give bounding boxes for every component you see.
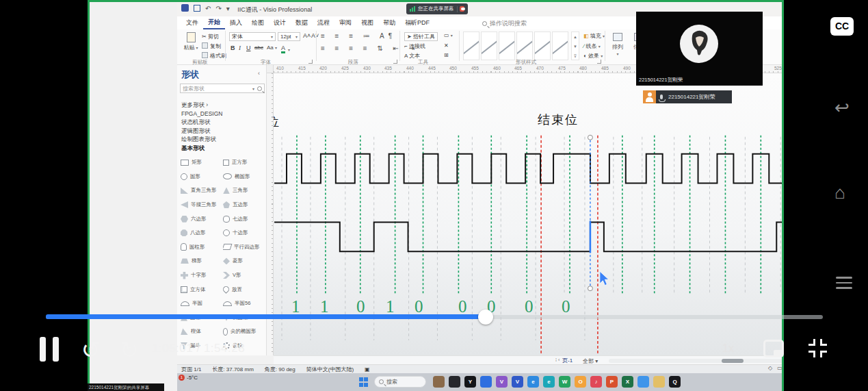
stencil-tab[interactable]: 逻辑图形状 <box>181 127 222 136</box>
shape-item[interactable]: 菱形 <box>223 254 265 268</box>
shape-item[interactable]: 十字形 <box>181 268 223 283</box>
boot-app-icon[interactable] <box>449 376 460 388</box>
ie-icon[interactable]: e <box>527 376 539 388</box>
shape-item[interactable]: 梯形 <box>181 254 223 268</box>
menu-icon[interactable] <box>836 277 852 292</box>
connection-point-button[interactable]: ✕ <box>444 42 449 49</box>
redo-icon[interactable]: ↷ <box>215 5 221 12</box>
stencil-tab[interactable]: 状态机形状 <box>181 118 222 127</box>
selection-handle-bottom[interactable] <box>588 286 592 291</box>
copy-button[interactable]: 复制 <box>202 42 221 50</box>
ribbon-tab[interactable]: 绘图 <box>247 17 269 29</box>
arrange-button[interactable]: 排列▾ <box>608 31 627 57</box>
ribbon-tab[interactable]: 福昕PDF <box>400 17 434 29</box>
bold-button[interactable]: B <box>231 45 235 51</box>
grow-font-button[interactable]: A˄ <box>303 32 311 39</box>
shape-search-input[interactable]: 搜索形状 ▾ <box>180 84 265 93</box>
shape-style-thumb[interactable] <box>463 31 479 60</box>
line-button[interactable]: ∕ 线条 ▾ <box>583 42 601 50</box>
progress-bar-knob[interactable] <box>478 310 493 325</box>
font-color-chevron-icon[interactable]: ▾ <box>288 47 290 52</box>
video-app-icon[interactable]: Y <box>464 376 476 388</box>
paste-button[interactable]: 粘贴 ▾ <box>181 31 200 51</box>
folder-icon[interactable] <box>653 376 665 388</box>
shape-item[interactable]: 八边形 <box>181 226 223 240</box>
drawing-canvas[interactable]: 结束位 位 110100000 <box>274 73 784 355</box>
crop-tool-button[interactable]: ⊞ <box>444 52 449 58</box>
shape-item[interactable]: 立方体 <box>181 282 223 297</box>
connector-button[interactable]: ⌐ 连接线 <box>404 42 425 50</box>
underline-button[interactable]: U <box>246 45 251 51</box>
pause-button[interactable] <box>40 337 60 362</box>
edge-icon[interactable]: e <box>543 376 555 388</box>
ribbon-tab[interactable]: 视图 <box>356 17 378 29</box>
shape-item[interactable]: 椭圆形 <box>223 170 265 184</box>
picture-in-picture-button[interactable] <box>763 340 784 357</box>
font-name-combo[interactable]: 宋体▾ <box>229 32 276 41</box>
ribbon-tab[interactable]: 帮助 <box>378 17 400 29</box>
weather-widget[interactable]: 1 -5°C <box>179 375 198 381</box>
collapse-panel-icon[interactable]: ‹ <box>258 70 260 77</box>
save-icon[interactable] <box>194 5 200 12</box>
scrollbar-thumb[interactable] <box>722 359 744 363</box>
gallery-scroll-buttons[interactable]: ▲▼⊽ <box>571 31 579 60</box>
shape-item[interactable]: 圆柱形 <box>181 240 223 255</box>
ribbon-tab[interactable]: 开始 <box>203 16 225 29</box>
pointer-tool-button[interactable]: ➤ 指针工具 <box>404 32 438 41</box>
fill-button[interactable]: ◧ 填充 ▾ <box>583 32 605 40</box>
effects-button[interactable]: ◐ 效果 ▾ <box>583 52 603 60</box>
shape-style-thumb[interactable] <box>534 31 551 60</box>
ribbon-tab[interactable]: 插入 <box>225 17 247 29</box>
shape-style-thumb[interactable] <box>516 31 533 60</box>
shape-item[interactable]: 矩形 <box>181 155 223 170</box>
font-dialog-launcher[interactable] <box>308 60 313 64</box>
excel-icon[interactable]: X <box>622 376 633 388</box>
shape-styles-dialog-launcher[interactable] <box>597 60 601 64</box>
undo-icon[interactable]: ↶ <box>205 5 211 12</box>
ribbon-tab[interactable]: 数据 <box>291 17 313 29</box>
shape-item[interactable]: V形 <box>223 268 265 283</box>
visual-studio-icon[interactable]: V <box>496 376 508 388</box>
selection-handle-top[interactable] <box>588 135 592 140</box>
shape-item[interactable]: 放置 <box>223 282 265 297</box>
rectangle-tool-button[interactable]: ▭ ▾ <box>444 32 453 38</box>
start-button[interactable] <box>359 377 369 387</box>
status-page[interactable]: 页面 1/1 <box>181 366 201 373</box>
shape-item[interactable]: 十边形 <box>223 226 265 240</box>
visio-icon[interactable]: V <box>512 376 523 388</box>
ribbon-tab[interactable]: 设计 <box>269 17 291 29</box>
strikethrough-button[interactable]: abc <box>254 45 263 51</box>
webcam-overlay[interactable]: 2215014221贺刚荣 <box>636 12 763 86</box>
shape-item[interactable]: 正方形 <box>223 155 265 170</box>
playback-speed[interactable]: 1x <box>722 342 734 355</box>
ribbon-tab[interactable]: 流程 <box>313 17 334 29</box>
game-app-icon[interactable] <box>433 376 445 388</box>
shape-style-thumb[interactable] <box>481 31 497 60</box>
shape-item[interactable]: 半圆 <box>181 297 223 311</box>
ribbon-tab[interactable]: 文件 <box>181 17 203 29</box>
canvas-horizontal-scrollbar[interactable] <box>609 359 784 363</box>
shape-style-thumb[interactable] <box>499 31 515 60</box>
change-case-button[interactable]: Aa ▾ <box>267 45 277 51</box>
italic-button[interactable]: I <box>239 45 241 51</box>
search-dropdown-icon[interactable]: ▾ <box>252 86 254 91</box>
cut-button[interactable]: ✂ 剪切 <box>202 33 219 40</box>
shape-item[interactable]: 楔体 <box>181 325 223 339</box>
store-icon[interactable] <box>480 376 492 388</box>
status-view-icon[interactable]: ▣ <box>365 366 370 373</box>
shape-item[interactable]: 平行四边形 <box>223 240 265 255</box>
music-icon[interactable]: ♪ <box>590 376 602 388</box>
shape-item[interactable]: 圆形 <box>181 170 223 184</box>
shape-item[interactable]: 尖的椭圆形 <box>223 325 265 339</box>
forward-5-button[interactable]: ↻ 5 <box>116 337 142 363</box>
tell-me-search[interactable]: 操作说明搜索 <box>482 19 527 28</box>
cloud-icon[interactable] <box>637 376 649 388</box>
status-language[interactable]: 简体中文(中国大陆) <box>306 366 354 373</box>
shrink-font-button[interactable]: A˅ <box>311 32 319 39</box>
shape-item[interactable]: 半圆56 <box>223 297 265 311</box>
shape-style-thumb[interactable] <box>552 31 568 60</box>
font-color-button[interactable]: A <box>281 45 285 53</box>
stencil-tab[interactable]: 绘制图表形状 <box>181 135 222 144</box>
shape-item[interactable]: 五边形 <box>223 198 265 212</box>
font-size-combo[interactable]: 12pt▾ <box>278 32 300 41</box>
